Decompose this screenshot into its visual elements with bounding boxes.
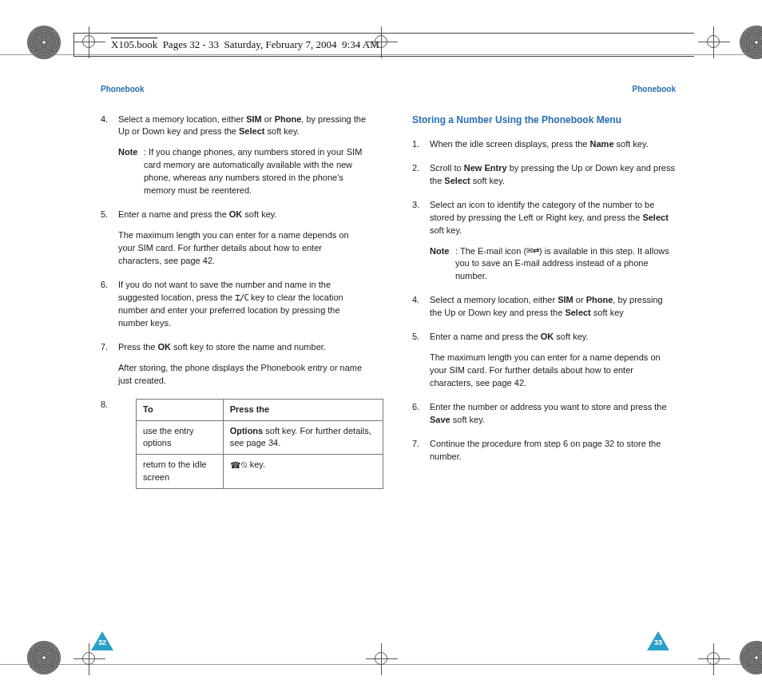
- step-4: 4. Select a memory location, either SIM …: [412, 294, 676, 320]
- fm-pages: Pages 32 - 33: [163, 38, 219, 51]
- step-text: Enter a name and press the OK soft key.: [430, 332, 589, 341]
- table-row: use the entry options Options soft key. …: [137, 420, 383, 455]
- step-6: 6. Enter the number or address you want …: [412, 401, 676, 427]
- note-text: : The E-mail icon (✉⇄) is available in t…: [455, 246, 669, 281]
- email-icon: ✉⇄: [526, 245, 539, 257]
- end-call-key-icon: ☎⦰: [230, 459, 248, 472]
- table-header-press: Press the: [223, 399, 383, 420]
- step-number: 5.: [412, 331, 419, 344]
- page-33: Phonebook Storing a Number Using the Pho…: [412, 84, 676, 500]
- step-7: 7. Press the OK soft key to store the na…: [101, 341, 366, 388]
- step-2: 2. Scroll to New Entry by pressing the U…: [412, 162, 676, 188]
- binder-ring-icon: [27, 26, 61, 59]
- step-8: 8. To Press the use the entry options Op…: [101, 399, 366, 490]
- binder-ring-icon: [27, 641, 61, 674]
- page-number: 33: [653, 638, 664, 646]
- note-label: Note: [430, 245, 449, 258]
- step-3: 3. Select an icon to identify the catego…: [412, 199, 676, 284]
- fm-date: Saturday, February 7, 2004: [224, 38, 337, 51]
- steps-left: 4. Select a memory location, either SIM …: [101, 113, 366, 388]
- step-5: 5. Enter a name and press the OK soft ke…: [412, 331, 676, 390]
- options-table: To Press the use the entry options Optio…: [136, 399, 383, 490]
- step-1: 1. When the idle screen displays, press …: [412, 138, 676, 151]
- step-5: 5. Enter a name and press the OK soft ke…: [101, 209, 366, 268]
- running-head-right: Phonebook: [412, 84, 676, 96]
- page-number: 32: [97, 638, 108, 646]
- step-number: 6.: [412, 401, 419, 414]
- step-number: 4.: [412, 294, 419, 307]
- fm-filename: X105.book: [111, 38, 157, 51]
- table-row: return to the idle screen ☎⦰ key.: [137, 455, 383, 489]
- step-paragraph: The maximum length you can enter for a n…: [430, 352, 676, 390]
- content-columns: Phonebook 4. Select a memory location, e…: [101, 84, 676, 500]
- step-text: When the idle screen displays, press the…: [430, 139, 649, 149]
- steps-right: 1. When the idle screen displays, press …: [412, 138, 676, 463]
- page-number-badge: 33: [647, 631, 669, 650]
- step-number: 6.: [101, 279, 108, 292]
- step-text: Enter the number or address you want to …: [430, 402, 667, 424]
- step-text: If you do not want to save the number an…: [118, 280, 343, 328]
- step-number: 4.: [101, 113, 108, 126]
- crop-mark-icon: [698, 643, 730, 675]
- step-4: 4. Select a memory location, either SIM …: [101, 113, 366, 198]
- binder-ring-icon: [740, 641, 762, 674]
- step-number: 1.: [412, 138, 419, 151]
- table-cell: return to the idle screen: [137, 455, 224, 489]
- step-text: Select a memory location, either SIM or …: [118, 114, 366, 137]
- step-text: Select an icon to identify the category …: [430, 200, 669, 235]
- running-head-left: Phonebook: [101, 84, 366, 96]
- step-paragraph: The maximum length you can enter for a n…: [118, 229, 366, 268]
- clear-key-icon: ⌶/C: [235, 292, 248, 304]
- table-cell: ☎⦰ key.: [223, 455, 383, 489]
- step-number: 5.: [101, 209, 108, 221]
- step-text: Select a memory location, either SIM or …: [430, 295, 663, 317]
- page-32: Phonebook 4. Select a memory location, e…: [101, 84, 366, 500]
- table-cell: use the entry options: [137, 420, 224, 455]
- document-spread: X105.book Pages 32 - 33 Saturday, Februa…: [0, 0, 762, 700]
- note-label: Note: [118, 146, 137, 159]
- step-text: Press the OK soft key to store the name …: [118, 342, 326, 352]
- step-paragraph: After storing, the phone displays the Ph…: [118, 362, 366, 388]
- step-text: Continue the procedure from step 6 on pa…: [430, 439, 661, 461]
- framemaker-header: X105.book Pages 32 - 33 Saturday, Februa…: [73, 33, 694, 57]
- step-number: 7.: [101, 341, 108, 354]
- page-number-badge: 32: [91, 631, 113, 650]
- step-6: 6. If you do not want to save the number…: [101, 279, 366, 330]
- step-text: Scroll to New Entry by pressing the Up o…: [430, 163, 675, 185]
- step-text: Enter a name and press the OK soft key.: [118, 209, 277, 219]
- step-number: 3.: [412, 199, 419, 212]
- crop-mark-icon: [698, 26, 730, 58]
- table-header-to: To: [137, 399, 224, 420]
- note-text: : If you change phones, any numbers stor…: [144, 147, 362, 195]
- fm-time: 9:34 AM: [342, 38, 379, 51]
- step-7: 7. Continue the procedure from step 6 on…: [412, 438, 676, 463]
- step-note: Note : If you change phones, any numbers…: [118, 146, 366, 197]
- step-number: 7.: [412, 438, 419, 451]
- step-note: Note : The E-mail icon (✉⇄) is available…: [430, 245, 676, 284]
- step-number: 2.: [412, 162, 419, 175]
- crop-mark-icon: [366, 643, 398, 675]
- table-cell: Options soft key. For further details, s…: [223, 420, 383, 455]
- section-title: Storing a Number Using the Phonebook Men…: [412, 113, 676, 127]
- step-number: 8.: [101, 399, 108, 412]
